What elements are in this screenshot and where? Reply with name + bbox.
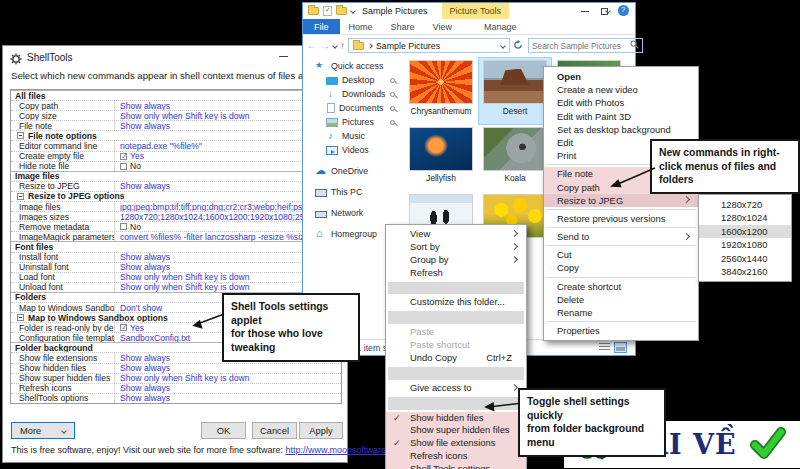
- menu-item[interactable]: Paste shortcut: [386, 339, 526, 352]
- menu-item[interactable]: View: [386, 228, 526, 241]
- menu-item[interactable]: Show super hidden files: [386, 424, 526, 437]
- menu-item[interactable]: Open: [544, 70, 698, 83]
- collapse-ribbon-icon[interactable]: [605, 8, 611, 14]
- menu-item[interactable]: Shell Tools settings: [386, 463, 526, 469]
- forward-icon[interactable]: →: [320, 41, 330, 51]
- file-thumbnail[interactable]: [409, 127, 473, 171]
- menu-item[interactable]: Create shortcut: [544, 280, 698, 293]
- menu-item[interactable]: Undo Copy Ctrl+Z: [386, 352, 526, 365]
- history-dropdown-icon[interactable]: [332, 43, 338, 49]
- apply-button[interactable]: Apply: [299, 422, 343, 439]
- menu-item[interactable]: Set as desktop background: [544, 123, 698, 136]
- breadcrumb[interactable]: Sample Pictures: [376, 41, 440, 51]
- menu-item[interactable]: 1280x1024: [699, 211, 791, 224]
- file-thumbnail[interactable]: [483, 60, 547, 104]
- file-item[interactable]: Desert: [479, 58, 551, 124]
- menu-item[interactable]: [546, 321, 696, 322]
- checkbox-icon[interactable]: [120, 163, 127, 170]
- quick-access-toolbar-icon[interactable]: [323, 6, 332, 16]
- settings-row[interactable]: File note Show always: [11, 120, 341, 130]
- menu-item[interactable]: [546, 277, 696, 278]
- settings-row[interactable]: Unload font Show only when Shift key is …: [11, 282, 341, 292]
- settings-row[interactable]: Show super hidden files Show only when S…: [11, 373, 341, 383]
- nav-item[interactable]: Music: [303, 129, 403, 143]
- settings-row[interactable]: Uninstall font Show always: [11, 262, 341, 272]
- file-thumbnail[interactable]: [409, 60, 473, 104]
- explorer-titlebar[interactable]: Sample Pictures Picture Tools: [303, 3, 635, 19]
- menu-item[interactable]: Customize this folder...: [386, 296, 526, 309]
- settings-row[interactable]: Resize to JPEG options: [11, 191, 341, 201]
- ribbon-tab[interactable]: View: [424, 19, 461, 34]
- collapse-icon[interactable]: [17, 193, 24, 200]
- ribbon-tab[interactable]: Manage: [475, 19, 526, 34]
- menu-item[interactable]: Create a new video: [544, 83, 698, 96]
- menu-item[interactable]: Paste: [386, 326, 526, 339]
- menu-item[interactable]: Properties: [544, 324, 698, 337]
- settings-row[interactable]: All files: [11, 90, 341, 100]
- nav-item[interactable]: Pictures: [303, 115, 403, 129]
- menu-item[interactable]: Edit with Photos: [544, 96, 698, 109]
- menu-item[interactable]: 3840x2160: [699, 265, 791, 278]
- search-icon[interactable]: [630, 40, 639, 51]
- nav-item[interactable]: Downloads: [303, 87, 403, 101]
- chevron-down-icon[interactable]: [350, 8, 356, 14]
- menu-item[interactable]: Edit with Paint 3D: [544, 110, 698, 123]
- search-input[interactable]: [532, 41, 630, 51]
- menu-item[interactable]: Rename: [544, 306, 698, 319]
- shelltools-titlebar[interactable]: ShellTools: [3, 46, 347, 68]
- menu-item[interactable]: Restore previous versions: [544, 212, 698, 225]
- settings-row[interactable]: Install font Show always: [11, 252, 341, 262]
- details-view-icon[interactable]: [599, 343, 610, 352]
- menu-item[interactable]: [388, 397, 524, 410]
- menu-item[interactable]: Show file extensions: [386, 437, 526, 450]
- menu-item[interactable]: Give access to: [386, 382, 526, 395]
- setting-value[interactable]: Show always: [114, 393, 341, 403]
- menu-item[interactable]: 1600x1200: [699, 225, 791, 238]
- nav-item[interactable]: Documents: [303, 101, 403, 115]
- settings-row[interactable]: Show hidden files Show always: [11, 363, 341, 373]
- menu-item[interactable]: Group by: [386, 254, 526, 267]
- settings-row[interactable]: Refresh icons Show always: [11, 383, 341, 393]
- nav-item[interactable]: Network: [303, 206, 403, 220]
- settings-row[interactable]: Load font Show only when Shift key is do…: [11, 272, 341, 282]
- menu-item[interactable]: Refresh icons: [386, 450, 526, 463]
- breadcrumb-chevron-icon[interactable]: [367, 43, 373, 49]
- menu-item[interactable]: [546, 245, 696, 246]
- address-dropdown-icon[interactable]: [500, 43, 506, 49]
- menu-item[interactable]: [388, 311, 524, 324]
- help-icon[interactable]: [618, 5, 629, 16]
- settings-row[interactable]: Font files: [11, 241, 341, 251]
- settings-row[interactable]: Copy path Show always: [11, 100, 341, 110]
- checkbox-icon[interactable]: [120, 153, 127, 160]
- collapse-icon[interactable]: [17, 314, 24, 321]
- setting-value[interactable]: Show always: [114, 383, 341, 393]
- nav-item[interactable]: Videos: [303, 143, 403, 157]
- menu-item[interactable]: Cut: [544, 248, 698, 261]
- file-item[interactable]: Koala: [479, 125, 551, 191]
- menu-item[interactable]: 1920x1080: [699, 238, 791, 251]
- menu-item[interactable]: [388, 367, 524, 380]
- refresh-icon[interactable]: [513, 40, 523, 52]
- menu-item[interactable]: Refresh: [386, 267, 526, 280]
- nav-item[interactable]: Desktop: [303, 73, 403, 87]
- menu-item[interactable]: Delete: [544, 293, 698, 306]
- settings-row[interactable]: Images sizes 1280x720;1280x1024;1600x120…: [11, 211, 341, 221]
- file-item[interactable]: Jellyfish: [405, 125, 477, 191]
- setting-value[interactable]: Show always: [114, 363, 341, 373]
- menu-item[interactable]: Copy: [544, 261, 698, 274]
- file-thumbnail[interactable]: [483, 127, 547, 171]
- settings-row[interactable]: Copy size Show only when Shift key is do…: [11, 110, 341, 120]
- settings-row[interactable]: ShellTools options Show always: [11, 393, 341, 403]
- more-button[interactable]: More: [11, 422, 75, 439]
- nav-item[interactable]: Quick access: [303, 59, 403, 73]
- menu-item[interactable]: 1280x720: [699, 198, 791, 211]
- settings-row[interactable]: Image files jpg;jpeg;bmp;tif;tiff;png;dn…: [11, 201, 341, 211]
- checkbox-icon[interactable]: [120, 324, 127, 331]
- nav-item[interactable]: OneDrive: [303, 164, 403, 178]
- back-icon[interactable]: ←: [307, 41, 317, 51]
- settings-row[interactable]: Resize to JPEG Show always: [11, 181, 341, 191]
- menu-item[interactable]: [388, 282, 524, 295]
- settings-row[interactable]: ImageMagick parameters convert %files% -…: [11, 231, 341, 241]
- ok-button[interactable]: OK: [201, 422, 246, 439]
- menu-item[interactable]: Send to: [544, 230, 698, 243]
